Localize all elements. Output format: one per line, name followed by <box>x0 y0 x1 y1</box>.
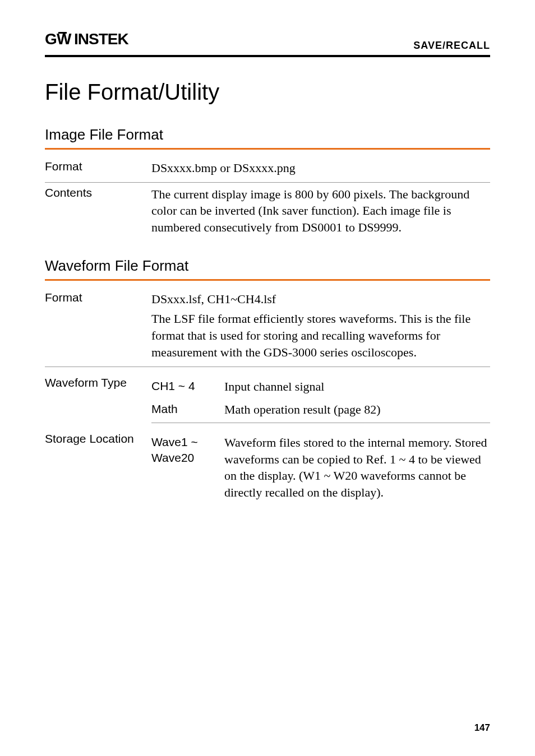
row-value: The current display image is 800 by 600 … <box>151 186 490 236</box>
page-number: 147 <box>474 722 490 734</box>
orange-rule <box>45 148 490 150</box>
row-label: Format <box>45 291 151 304</box>
row-label: Contents <box>45 186 151 200</box>
page-title: File Format/Utility <box>45 80 490 105</box>
header-rule <box>45 55 490 57</box>
header-section-label: SAVE/RECALL <box>413 40 490 52</box>
row-label: Waveform Type <box>45 376 151 389</box>
waveform-type-row: Waveform Type CH1 ~ 4 Input channel sign… <box>45 373 490 423</box>
image-contents-row: Contents The current display image is 80… <box>45 183 490 242</box>
row-value: The LSF file format efficiently stores w… <box>151 310 490 360</box>
waveform-format-desc-row: The LSF file format efficiently stores w… <box>45 309 490 367</box>
waveform-file-format-heading: Waveform File Format <box>45 257 490 275</box>
svg-text:G: G <box>45 31 57 48</box>
subrow-name: Wave1 ~ Wave20 <box>151 434 224 501</box>
subrow-name: CH1 ~ 4 <box>151 378 224 395</box>
row-label: Storage Location <box>45 432 151 446</box>
storage-location-row: Storage Location Wave1 ~ Wave20 Waveform… <box>45 429 490 511</box>
subrow-desc: Waveform files stored to the internal me… <box>224 434 490 501</box>
image-format-row: Format DSxxxx.bmp or DSxxxx.png <box>45 156 490 183</box>
row-nested: Wave1 ~ Wave20 Waveform files stored to … <box>151 432 490 505</box>
row-value: DSxxx.lsf, CH1~CH4.lsf <box>151 291 490 308</box>
svg-text:INSTEK: INSTEK <box>74 31 128 48</box>
subrow-desc: Math operation result (page 82) <box>224 401 490 418</box>
brand-logo: G W INSTEK <box>45 31 143 52</box>
subrow-name: Math <box>151 401 224 418</box>
row-nested: CH1 ~ 4 Input channel signal Math Math o… <box>151 376 490 423</box>
waveform-type-subrow: Math Math operation result (page 82) <box>151 399 490 423</box>
image-file-format-heading: Image File Format <box>45 126 490 143</box>
waveform-type-subrow: CH1 ~ 4 Input channel signal <box>151 376 490 400</box>
row-label: Format <box>45 160 151 173</box>
waveform-format-row: Format DSxxx.lsf, CH1~CH4.lsf <box>45 287 490 310</box>
subrow-desc: Input channel signal <box>224 378 490 395</box>
storage-location-subrow: Wave1 ~ Wave20 Waveform files stored to … <box>151 432 490 505</box>
row-value: DSxxxx.bmp or DSxxxx.png <box>151 160 490 177</box>
page-header: G W INSTEK SAVE/RECALL <box>45 31 490 55</box>
orange-rule <box>45 279 490 281</box>
svg-rect-2 <box>58 32 67 34</box>
